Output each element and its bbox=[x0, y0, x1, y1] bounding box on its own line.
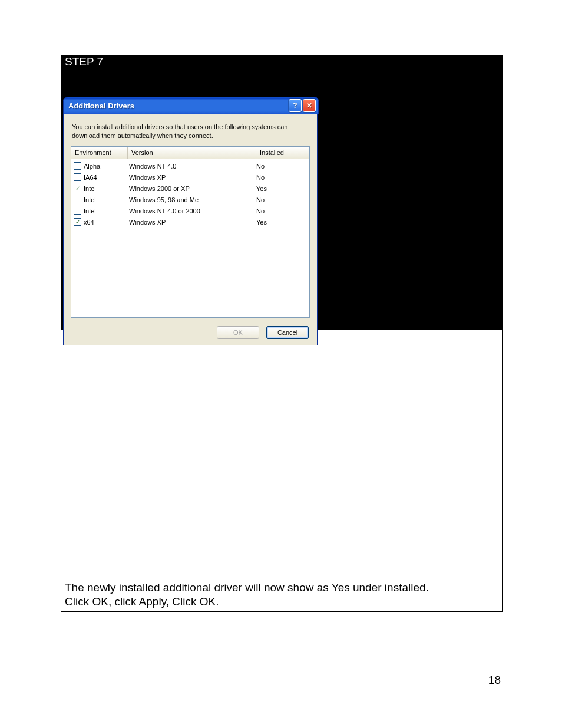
window-chrome: Additional Drivers ? ✕ bbox=[63, 97, 319, 114]
cancel-button[interactable]: Cancel bbox=[266, 326, 309, 339]
column-header-environment[interactable]: Environment bbox=[71, 147, 128, 159]
caption-line-2: Click OK, click Apply, Click OK. bbox=[65, 595, 498, 609]
listview-rows: Alpha Windows NT 4.0 No IA64 Wind bbox=[71, 159, 309, 228]
window-title: Additional Drivers bbox=[68, 101, 289, 110]
environment-cell: Alpha bbox=[84, 163, 100, 170]
version-cell: Windows XP bbox=[128, 174, 255, 181]
list-item[interactable]: Alpha Windows NT 4.0 No bbox=[71, 160, 309, 172]
version-cell: Windows 95, 98 and Me bbox=[128, 196, 255, 203]
help-button[interactable]: ? bbox=[289, 99, 302, 112]
screenshot-area: Additional Drivers ? ✕ You can install a… bbox=[61, 81, 502, 330]
step-caption: The newly installed additional driver wi… bbox=[61, 330, 502, 611]
column-header-installed[interactable]: Installed bbox=[256, 147, 309, 159]
close-button[interactable]: ✕ bbox=[303, 99, 316, 112]
version-cell: Windows NT 4.0 or 2000 bbox=[128, 207, 255, 215]
list-item[interactable]: ✓ Intel Windows 2000 or XP Yes bbox=[71, 183, 309, 194]
listview-header: Environment Version Installed bbox=[71, 147, 309, 159]
caption-line-1: The newly installed additional driver wi… bbox=[65, 581, 498, 595]
list-item[interactable]: ✓ x64 Windows XP Yes bbox=[71, 216, 309, 228]
step-header-band: STEP 7 bbox=[61, 55, 502, 81]
version-cell: Windows XP bbox=[128, 219, 255, 226]
page-number: 18 bbox=[488, 674, 501, 687]
installed-cell: No bbox=[255, 174, 309, 181]
step-label: STEP 7 bbox=[65, 55, 103, 68]
close-icon: ✕ bbox=[306, 101, 312, 110]
check-icon: ✓ bbox=[75, 186, 80, 192]
environment-cell: x64 bbox=[84, 219, 94, 226]
checkbox[interactable] bbox=[74, 173, 81, 181]
installed-cell: Yes bbox=[255, 185, 309, 192]
titlebar[interactable]: Additional Drivers ? ✕ bbox=[65, 98, 317, 113]
drivers-listview[interactable]: Environment Version Installed Alpha Wind… bbox=[71, 146, 310, 318]
checkbox[interactable] bbox=[74, 196, 81, 203]
ok-button[interactable]: OK bbox=[217, 326, 259, 339]
page: STEP 7 Additional Drivers ? ✕ bbox=[0, 0, 562, 728]
version-cell: Windows 2000 or XP bbox=[128, 185, 255, 192]
list-item[interactable]: Intel Windows 95, 98 and Me No bbox=[71, 194, 309, 205]
environment-cell: Intel bbox=[84, 185, 96, 192]
installed-cell: Yes bbox=[255, 219, 309, 226]
checkbox[interactable]: ✓ bbox=[74, 185, 81, 192]
additional-drivers-dialog: Additional Drivers ? ✕ You can install a… bbox=[63, 97, 319, 345]
environment-cell: Intel bbox=[84, 207, 96, 215]
installed-cell: No bbox=[255, 163, 309, 170]
dialog-button-row: OK Cancel bbox=[71, 326, 310, 339]
help-icon: ? bbox=[293, 101, 297, 110]
titlebar-buttons: ? ✕ bbox=[289, 99, 316, 112]
dialog-description: You can install additional drivers so th… bbox=[72, 123, 309, 140]
version-cell: Windows NT 4.0 bbox=[128, 163, 255, 170]
checkbox[interactable] bbox=[74, 207, 81, 215]
checkbox[interactable] bbox=[74, 162, 81, 170]
document-frame: STEP 7 Additional Drivers ? ✕ bbox=[61, 55, 503, 612]
list-item[interactable]: Intel Windows NT 4.0 or 2000 No bbox=[71, 205, 309, 216]
environment-cell: IA64 bbox=[84, 174, 97, 181]
dialog-body: You can install additional drivers so th… bbox=[63, 114, 318, 345]
installed-cell: No bbox=[255, 196, 309, 203]
column-header-version[interactable]: Version bbox=[128, 147, 256, 159]
check-icon: ✓ bbox=[75, 219, 80, 225]
checkbox[interactable]: ✓ bbox=[74, 218, 81, 226]
list-item[interactable]: IA64 Windows XP No bbox=[71, 172, 309, 183]
installed-cell: No bbox=[255, 207, 309, 215]
environment-cell: Intel bbox=[84, 196, 96, 203]
